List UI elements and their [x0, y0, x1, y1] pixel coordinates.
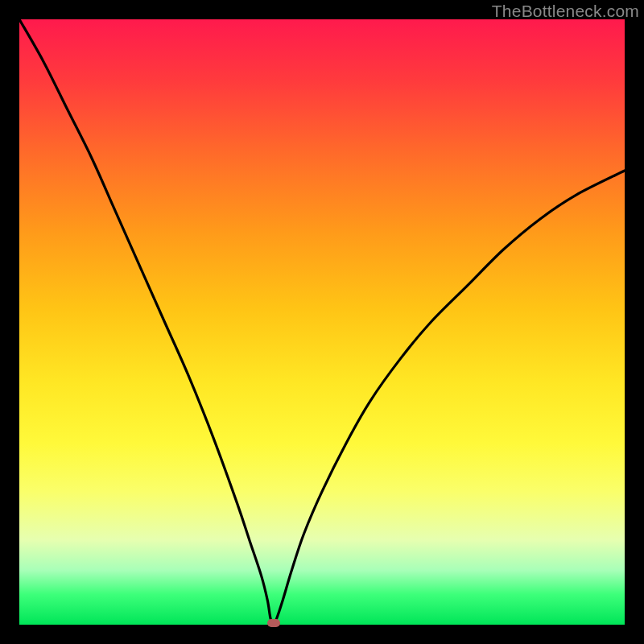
plot-area	[19, 19, 625, 625]
chart-frame: TheBottleneck.com	[0, 0, 644, 644]
optimal-point-marker	[267, 619, 280, 627]
bottleneck-curve	[19, 19, 625, 625]
watermark-text: TheBottleneck.com	[492, 2, 639, 21]
